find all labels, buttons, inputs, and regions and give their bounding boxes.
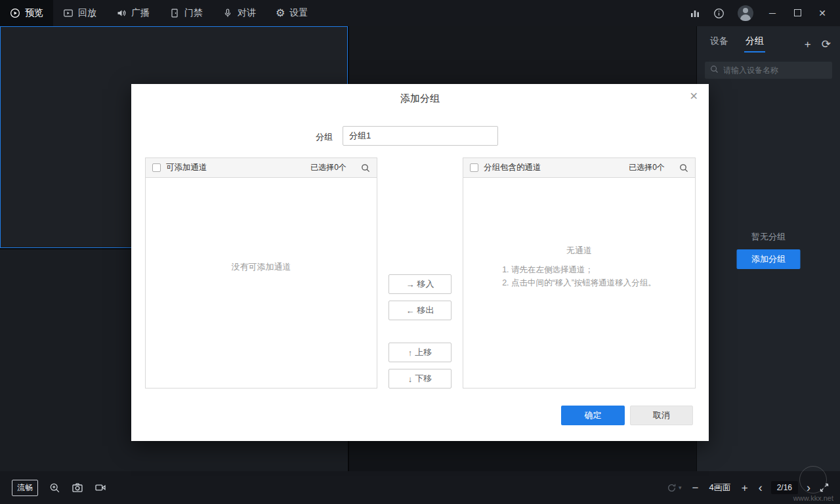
available-search-icon[interactable] <box>361 163 370 173</box>
group-search-icon[interactable] <box>679 163 688 173</box>
broadcast-icon <box>116 8 127 18</box>
move-down-label: 下移 <box>415 373 432 385</box>
record-video-icon[interactable] <box>94 482 106 494</box>
search-icon <box>710 64 719 76</box>
device-search-input[interactable] <box>723 66 827 75</box>
move-out-label: 移出 <box>417 304 434 316</box>
tab-preview[interactable]: 预览 <box>0 0 53 26</box>
info-icon[interactable] <box>713 8 724 19</box>
screen-mode-label[interactable]: 4画面 <box>709 482 730 494</box>
rotate-caret-icon: ▾ <box>679 484 682 491</box>
dialog-title: 添加分组 <box>131 93 709 105</box>
tab-intercom[interactable]: 对讲 <box>213 0 266 26</box>
bottom-toolbar: 流畅 ▾ − 4画面 + ‹ 2/16 › <box>0 471 840 504</box>
available-channels-title: 可添加通道 <box>166 162 207 173</box>
decrease-screens-button[interactable]: − <box>690 482 700 494</box>
available-channels-panel: 可添加通道 已选择0个 没有可添加通道 <box>145 158 377 388</box>
top-toolbar: 预览 回放 广播 门禁 对讲 ⚙ 设置 ─ ✕ <box>0 0 840 26</box>
refresh-icon[interactable]: ⟳ <box>822 39 831 50</box>
gear-icon: ⚙ <box>276 8 285 18</box>
group-name-label: 分组 <box>316 131 333 143</box>
bottombar-left-group: 流畅 <box>0 480 106 496</box>
tab-broadcast[interactable]: 广播 <box>106 0 159 26</box>
move-in-button[interactable]: → 移入 <box>388 274 452 294</box>
tab-preview-label: 预览 <box>25 7 43 19</box>
increase-screens-button[interactable]: + <box>740 482 750 494</box>
tab-playback-label: 回放 <box>78 7 96 19</box>
bandwidth-chart-icon[interactable] <box>690 8 700 18</box>
mic-icon <box>222 8 233 18</box>
add-group-dialog: 添加分组 ✕ 分组 可添加通道 已选择0个 没有可添加通道 → 移入 ← 移出 … <box>131 84 709 441</box>
close-window-button[interactable]: ✕ <box>816 8 828 18</box>
maximize-button[interactable] <box>791 8 803 18</box>
device-search-box[interactable] <box>705 62 832 79</box>
fullscreen-icon[interactable] <box>819 482 830 493</box>
device-group-sidebar: 设备 分组 + ⟳ 暂无分组 添加分组 <box>696 26 840 471</box>
tab-playback[interactable]: 回放 <box>53 0 106 26</box>
door-icon <box>169 8 180 18</box>
tab-settings[interactable]: ⚙ 设置 <box>266 0 318 26</box>
arrow-right-icon: → <box>406 280 415 289</box>
sidebar-actions: + ⟳ <box>805 39 831 50</box>
dialog-close-icon[interactable]: ✕ <box>690 90 698 102</box>
hint-line-1: 1. 请先在左侧选择通道； <box>502 263 656 276</box>
rotate-disabled-icon[interactable]: ▾ <box>666 482 682 494</box>
playback-icon <box>63 8 74 18</box>
select-all-group-checkbox[interactable] <box>470 163 478 172</box>
add-icon[interactable]: + <box>805 39 811 50</box>
ok-button[interactable]: 确定 <box>561 406 625 425</box>
available-empty-text: 没有可添加通道 <box>232 261 291 273</box>
add-group-button[interactable]: 添加分组 <box>737 249 801 269</box>
tab-access-control[interactable]: 门禁 <box>159 0 213 26</box>
group-channels-title: 分组包含的通道 <box>484 162 541 173</box>
select-all-available-checkbox[interactable] <box>152 163 161 172</box>
preview-icon <box>10 8 20 18</box>
tab-broadcast-label: 广播 <box>131 7 150 19</box>
group-name-input[interactable] <box>343 126 498 146</box>
move-up-button[interactable]: ↑ 上移 <box>388 343 452 362</box>
arrow-left-icon: ← <box>406 306 415 316</box>
available-channels-body: 没有可添加通道 <box>146 178 377 388</box>
sidebar-tabs: 设备 分组 + ⟳ <box>697 26 840 58</box>
group-channels-header: 分组包含的通道 已选择0个 <box>463 158 695 178</box>
next-page-button[interactable]: › <box>807 482 810 494</box>
group-empty-hints: 1. 请先在左侧选择通道； 2. 点击中间的“移入”按钮将通道移入分组。 <box>502 263 656 289</box>
group-empty-title: 无通道 <box>502 245 656 257</box>
group-channels-body: 无通道 1. 请先在左侧选择通道； 2. 点击中间的“移入”按钮将通道移入分组。 <box>463 178 695 388</box>
sidebar-tab-group[interactable]: 分组 <box>746 35 764 52</box>
stream-quality-button[interactable]: 流畅 <box>12 480 38 496</box>
tab-access-control-label: 门禁 <box>184 7 203 19</box>
minimize-button[interactable]: ─ <box>766 8 778 18</box>
move-in-label: 移入 <box>417 278 434 290</box>
move-down-button[interactable]: ↓ 下移 <box>388 369 452 388</box>
page-indicator: 2/16 <box>771 481 798 494</box>
cancel-button[interactable]: 取消 <box>630 406 693 425</box>
available-selected-count: 已选择0个 <box>310 162 346 173</box>
tab-intercom-label: 对讲 <box>238 7 256 19</box>
tab-settings-label: 设置 <box>289 7 308 19</box>
move-out-button[interactable]: ← 移出 <box>388 301 452 320</box>
user-avatar[interactable] <box>738 5 753 21</box>
snapshot-camera-icon[interactable] <box>72 482 83 494</box>
arrow-up-icon: ↑ <box>408 348 413 358</box>
arrow-down-icon: ↓ <box>408 374 413 384</box>
group-selected-count: 已选择0个 <box>629 162 665 173</box>
move-up-label: 上移 <box>415 346 432 358</box>
prev-page-button[interactable]: ‹ <box>759 482 763 494</box>
sidebar-tab-device[interactable]: 设备 <box>710 35 728 52</box>
digital-zoom-icon[interactable] <box>49 482 60 494</box>
topbar-right-group: ─ ✕ <box>690 5 840 21</box>
hint-line-2: 2. 点击中间的“移入”按钮将通道移入分组。 <box>502 276 656 289</box>
group-channels-panel: 分组包含的通道 已选择0个 无通道 1. 请先在左侧选择通道； 2. 点击中间的… <box>463 158 696 388</box>
bottombar-right-group: ▾ − 4画面 + ‹ 2/16 › <box>666 481 840 494</box>
sidebar-empty-text: 暂无分组 <box>697 231 840 243</box>
available-channels-header: 可添加通道 已选择0个 <box>146 158 377 178</box>
